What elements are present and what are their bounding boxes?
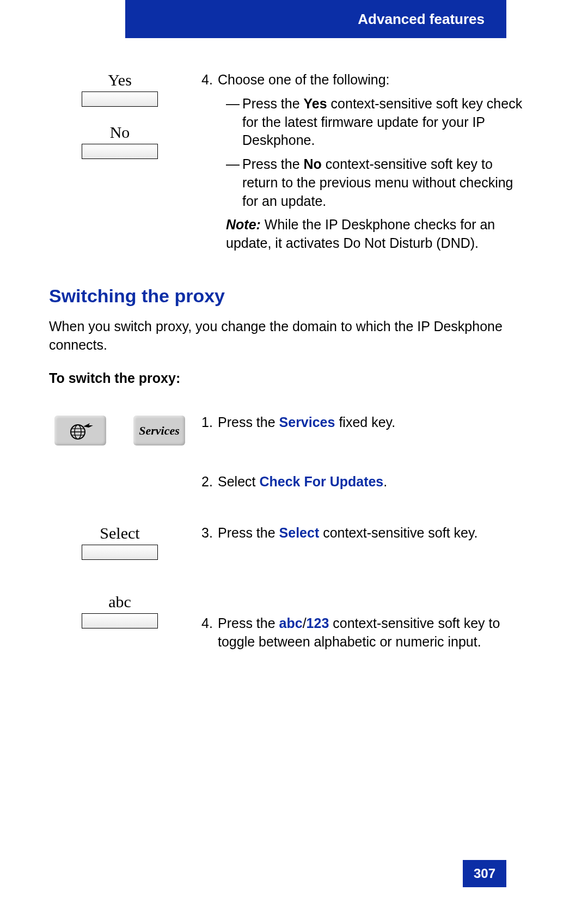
dash-2: —: [226, 155, 242, 210]
step1-row: Services 1. Press the Services fixed key…: [49, 413, 523, 446]
step4b-text: 4. Press the abc/123 context-sensitive s…: [201, 593, 523, 657]
step2-row: 2. Select Check For Updates.: [49, 473, 523, 497]
step2-left: [49, 473, 201, 497]
s4-slash: /: [303, 615, 307, 631]
step4-intro: Choose one of the following:: [218, 71, 523, 89]
s2-a: Select: [218, 474, 259, 489]
header-title: Advanced features: [358, 11, 485, 28]
s1-a: Press the: [218, 414, 279, 430]
step3-text: 3. Press the Select context-sensitive so…: [201, 524, 523, 576]
section-sub: To switch the proxy:: [49, 370, 523, 386]
section-title: Switching the proxy: [49, 285, 523, 307]
step3-row: Select 3. Press the Select context-sensi…: [49, 524, 523, 576]
step1-line: 1. Press the Services fixed key.: [201, 413, 523, 432]
page-number: 307: [463, 860, 506, 887]
step4-row: Yes No 4. Choose one of the following: —…: [49, 71, 523, 253]
step3-left: Select: [49, 524, 201, 576]
yes-label: Yes: [108, 71, 132, 89]
step3-line: 3. Press the Select context-sensitive so…: [201, 524, 523, 542]
select-label: Select: [100, 524, 139, 542]
s3-c: context-sensitive soft key.: [319, 525, 477, 540]
s4-text: Press the abc/123 context-sensitive soft…: [218, 614, 523, 651]
abc-label: abc: [108, 593, 131, 611]
step4-num: 4.: [201, 71, 218, 89]
select-softkey: [82, 545, 158, 560]
abc-softkey: [82, 613, 158, 629]
step4b-line: 4. Press the abc/123 context-sensitive s…: [201, 614, 523, 651]
note-label: Note:: [226, 217, 261, 232]
opt1-b: Yes: [304, 96, 327, 111]
s3-a: Press the: [218, 525, 279, 540]
step4-text: 4. Choose one of the following: — Press …: [201, 71, 523, 253]
s2-c: .: [383, 474, 387, 489]
header-bar: Advanced features: [125, 0, 506, 38]
yes-softkey: [82, 91, 158, 107]
services-key-icons: Services: [54, 416, 185, 446]
s4-num: 4.: [201, 614, 218, 651]
s4-a: Press the: [218, 615, 279, 631]
step1-text: 1. Press the Services fixed key.: [201, 413, 523, 446]
services-key-label: Services: [139, 424, 180, 438]
globe-key-icon: [54, 416, 106, 446]
s3-num: 3.: [201, 524, 218, 542]
opt2-text: Press the No context-sensitive soft key …: [242, 155, 523, 210]
services-key-icon: Services: [133, 416, 185, 446]
s2-text: Select Check For Updates.: [218, 473, 523, 491]
step1-left: Services: [49, 413, 201, 446]
s2-b: Check For Updates: [259, 474, 383, 489]
dash-1: —: [226, 95, 242, 150]
page-number-text: 307: [474, 866, 495, 881]
s1-c: fixed key.: [335, 414, 395, 430]
opt1-text: Press the Yes context-sensitive soft key…: [242, 95, 523, 150]
s1-num: 1.: [201, 413, 218, 432]
opt1-a: Press the: [242, 96, 304, 111]
step4b-row: abc 4. Press the abc/123 context-sensiti…: [49, 593, 523, 657]
opt2-a: Press the: [242, 156, 304, 172]
no-softkey: [82, 144, 158, 159]
step4b-left: abc: [49, 593, 201, 657]
s1-text: Press the Services fixed key.: [218, 413, 523, 432]
opt2-b: No: [304, 156, 322, 172]
s3-text: Press the Select context-sensitive soft …: [218, 524, 523, 542]
step4-opt1: — Press the Yes context-sensitive soft k…: [226, 95, 523, 150]
s2-num: 2.: [201, 473, 218, 491]
note-block: Note: While the IP Deskphone checks for …: [201, 216, 523, 253]
s4-d: 123: [307, 615, 329, 631]
step4-opt2: — Press the No context-sensitive soft ke…: [226, 155, 523, 210]
step4-sublist: — Press the Yes context-sensitive soft k…: [201, 95, 523, 211]
content-area: Yes No 4. Choose one of the following: —…: [49, 71, 523, 684]
s3-b: Select: [279, 525, 320, 540]
section-intro: When you switch proxy, you change the do…: [49, 318, 523, 355]
globe-arrow-icon: [67, 421, 94, 441]
step2-line: 2. Select Check For Updates.: [201, 473, 523, 491]
no-label: No: [110, 123, 130, 142]
step2-text: 2. Select Check For Updates.: [201, 473, 523, 497]
s1-b: Services: [279, 414, 335, 430]
s4-b: abc: [279, 615, 303, 631]
softkey-column: Yes No: [49, 71, 201, 253]
step4-line: 4. Choose one of the following:: [201, 71, 523, 89]
note-text: While the IP Deskphone checks for an upd…: [226, 217, 495, 251]
